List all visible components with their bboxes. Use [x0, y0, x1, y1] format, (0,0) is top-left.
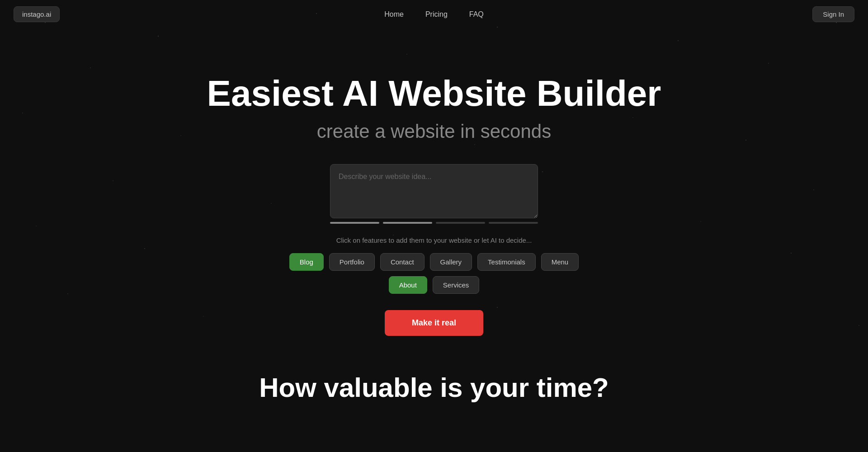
bottom-title: How valuable is your time? [0, 372, 868, 403]
progress-bar [330, 222, 538, 224]
feature-tag-gallery[interactable]: Gallery [430, 253, 472, 271]
feature-tags-row1: Blog Portfolio Contact Gallery Testimoni… [289, 253, 579, 271]
nav-link-pricing[interactable]: Pricing [425, 10, 448, 19]
hero-section: Easiest AI Website Builder create a webs… [0, 28, 868, 336]
progress-segment-2 [383, 222, 432, 224]
feature-tag-menu[interactable]: Menu [541, 253, 579, 271]
features-hint-text: Click on features to add them to your we… [336, 236, 532, 244]
signin-button[interactable]: Sign In [812, 6, 854, 22]
feature-tag-services[interactable]: Services [433, 276, 480, 294]
logo-button[interactable]: instago.ai [14, 6, 60, 22]
nav-link-home[interactable]: Home [384, 10, 404, 19]
feature-tag-about[interactable]: About [389, 276, 427, 294]
hero-title: Easiest AI Website Builder [207, 74, 661, 113]
nav-link-faq[interactable]: FAQ [469, 10, 484, 19]
feature-tags-row2: About Services [389, 276, 480, 294]
nav-links: Home Pricing FAQ [384, 10, 484, 19]
bottom-section: How valuable is your time? [0, 372, 868, 421]
hero-subtitle: create a website in seconds [317, 121, 551, 142]
navbar: instago.ai Home Pricing FAQ Sign In [0, 0, 868, 28]
make-it-real-button[interactable]: Make it real [385, 310, 483, 336]
feature-tag-portfolio[interactable]: Portfolio [329, 253, 375, 271]
feature-tag-blog[interactable]: Blog [289, 253, 324, 271]
progress-segment-3 [436, 222, 485, 224]
progress-segment-1 [330, 222, 379, 224]
progress-segment-4 [489, 222, 538, 224]
feature-tag-testimonials[interactable]: Testimonials [477, 253, 536, 271]
feature-tag-contact[interactable]: Contact [380, 253, 425, 271]
website-idea-input[interactable] [330, 164, 538, 218]
